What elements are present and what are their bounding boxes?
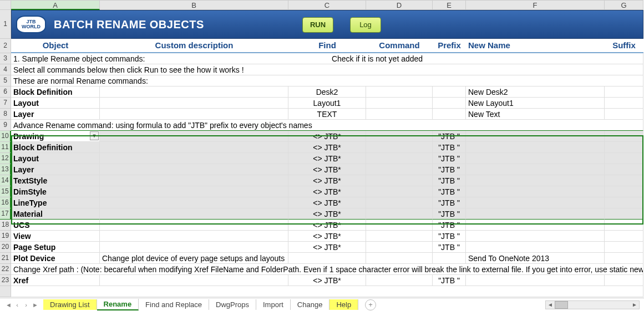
cell-G7[interactable] [605,98,643,109]
row-header-3[interactable]: 3 [0,53,11,64]
cell-B18[interactable] [100,220,288,231]
row-header-10[interactable]: 10 [0,131,11,142]
cell-F15[interactable] [466,186,605,197]
cell-A22[interactable]: Change Xref path : (Note: becareful when… [11,264,643,275]
row-header-14[interactable]: 14 [0,175,11,186]
cell-F21[interactable]: Send To OneNote 2013 [466,253,605,264]
row-header-21[interactable]: 21 [0,253,11,264]
cell-D12[interactable] [366,153,433,164]
cell-B11[interactable] [100,142,288,153]
cell-A9[interactable]: Advance Rename command: using formula to… [11,120,643,131]
cell-B13[interactable] [100,164,288,175]
cell-B17[interactable] [100,208,288,220]
run-button[interactable]: RUN [302,17,333,33]
cell-blank-24[interactable] [11,286,643,297]
tab-nav-last-icon[interactable]: ► [32,302,38,308]
row-header-2[interactable]: 2 [0,39,11,53]
tab-change[interactable]: Change [291,299,330,310]
cell-E7[interactable] [433,98,466,109]
cell-A4[interactable]: Select all commands below then click Run… [11,64,643,75]
cell-A13[interactable]: Layer [11,164,100,175]
cell-E18[interactable]: "JTB " [433,220,466,231]
cell-F17[interactable] [466,208,605,220]
scroll-left-icon[interactable]: ◄ [546,301,555,309]
col-header-B[interactable]: B [100,0,288,10]
cell-D23[interactable] [366,275,433,286]
col-header-A[interactable]: A [11,0,100,10]
cell-C23[interactable]: <> JTB* [288,275,366,286]
cell-D18[interactable] [366,220,433,231]
cell-C11[interactable]: <> JTB* [288,142,366,153]
cell-F20[interactable] [466,242,605,253]
cell-C16[interactable]: <> JTB* [288,197,366,208]
row-header-22[interactable]: 22 [0,264,11,275]
row-header-20[interactable]: 20 [0,242,11,253]
cell-B10[interactable] [100,131,288,142]
cell-F11[interactable] [466,142,605,153]
scroll-right-icon[interactable]: ► [630,301,639,309]
row-header-1[interactable]: 1 [0,10,11,39]
cell-D17[interactable] [366,208,433,220]
cell-G12[interactable] [605,153,643,164]
col-header-G[interactable]: G [605,0,643,10]
cell-C20[interactable]: <> JTB* [288,242,366,253]
cell-B16[interactable] [100,197,288,208]
cell-D21[interactable] [366,253,433,264]
row-header-17[interactable]: 17 [0,208,11,220]
cell-F18[interactable] [466,220,605,231]
cell-G8[interactable] [605,109,643,120]
cell-B15[interactable] [100,186,288,197]
cell-G17[interactable] [605,208,643,220]
cell-G21[interactable] [605,253,643,264]
cell-C12[interactable]: <> JTB* [288,153,366,164]
cell-A23[interactable]: Xref [11,275,100,286]
cell-E13[interactable]: "JTB " [433,164,466,175]
cell-A7[interactable]: Layout [11,98,100,109]
cell-G13[interactable] [605,164,643,175]
cell-F6[interactable]: New Desk2 [466,86,605,98]
cell-A8[interactable]: Layer [11,109,100,120]
cell-C15[interactable]: <> JTB* [288,186,366,197]
cell-A6[interactable]: Block Definition [11,86,100,98]
tab-nav-first-icon[interactable]: ◄ [6,302,11,308]
cell-A10[interactable]: Drawing ▼ [11,131,100,142]
cell-E15[interactable]: "JTB " [433,186,466,197]
row-header-8[interactable]: 8 [0,109,11,120]
cell-C13[interactable]: <> JTB* [288,164,366,175]
dropdown-icon[interactable]: ▼ [90,131,99,140]
cell-B12[interactable] [100,153,288,164]
cell-D8[interactable] [366,109,433,120]
cell-E6[interactable] [433,86,466,98]
cell-G15[interactable] [605,186,643,197]
scroll-thumb[interactable] [555,301,568,309]
cell-D16[interactable] [366,197,433,208]
cell-B20[interactable] [100,242,288,253]
cell-G23[interactable] [605,275,643,286]
cell-E23[interactable]: "JTB " [433,275,466,286]
cell-C14[interactable]: <> JTB* [288,175,366,186]
select-all-corner[interactable] [0,0,11,10]
tab-import[interactable]: Import [256,299,291,310]
row-header-11[interactable]: 11 [0,142,11,153]
cell-C19[interactable]: <> JTB* [288,231,366,242]
cell-B8[interactable] [100,109,288,120]
cell-B7[interactable] [100,98,288,109]
cell-D10[interactable] [366,131,433,142]
cell-A16[interactable]: LineType [11,197,100,208]
cell-E21[interactable] [433,253,466,264]
tab-rename[interactable]: Rename [97,299,139,310]
cell-C8[interactable]: TEXT [288,109,366,120]
cell-blank-3[interactable] [466,53,643,64]
tab-dwgprops[interactable]: DwgProps [209,299,256,310]
cell-B21[interactable]: Change plot device of every page setups … [100,253,288,264]
cell-G16[interactable] [605,197,643,208]
row-header-12[interactable]: 12 [0,153,11,164]
col-header-D[interactable]: D [366,0,433,10]
cell-C21[interactable] [288,253,366,264]
cell-D6[interactable] [366,86,433,98]
cell-note-3[interactable]: Check if it is not yet added [288,53,466,64]
cell-A11[interactable]: Block Definition [11,142,100,153]
cell-E11[interactable]: "JTB " [433,142,466,153]
tab-help[interactable]: Help [329,299,358,310]
cell-C7[interactable]: Layout1 [288,98,366,109]
